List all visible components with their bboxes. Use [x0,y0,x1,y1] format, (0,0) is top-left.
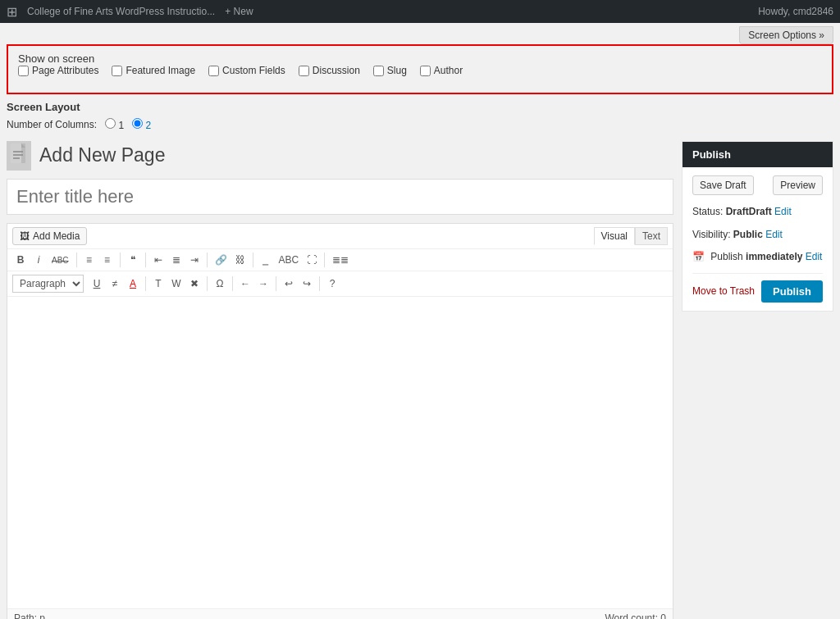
page-attributes-checkbox[interactable] [18,66,29,76]
indent-button[interactable]: → [255,276,272,291]
status-edit-link[interactable]: Edit [774,206,792,217]
sidebar: Publish Save Draft Preview Status: Draft… [682,141,833,619]
align-center-button[interactable]: ≣ [168,253,185,267]
visibility-label: Visibility: [692,229,730,240]
title-input[interactable] [7,179,673,215]
toolbar-row1: B i ABC ≡ ≡ ❝ ⇤ ≣ ⇥ 🔗 ⛓ ⎯ ABC ⛶ ≣ [7,249,673,271]
visibility-edit-link[interactable]: Edit [765,229,783,240]
site-name[interactable]: College of Fine Arts WordPress Instructi… [27,6,215,17]
publish-time: immediately [746,251,806,262]
col1-radio[interactable] [105,118,116,129]
columns-row: Number of Columns: 1 2 [7,118,833,131]
toolbar-sep4 [207,253,208,267]
align-left-button[interactable]: ⇤ [150,253,167,267]
underline-button[interactable]: U [89,276,105,291]
featured-image-checkbox[interactable] [112,66,122,76]
add-new-button[interactable]: + New [225,6,253,17]
italic-button[interactable]: i [30,253,47,267]
save-draft-button[interactable]: Save Draft [692,175,754,195]
color-button[interactable]: A [125,276,141,291]
publish-time-edit-link[interactable]: Edit [806,251,823,262]
columns-label: Number of Columns: [7,119,97,130]
screen-options-toggle[interactable]: Screen Options » [739,26,833,44]
tab-visual[interactable]: Visual [594,227,635,245]
howdy-text: Howdy, cmd2846 [758,6,833,17]
add-media-label: Add Media [33,230,80,242]
publish-visibility-row: Visibility: Public Edit [692,226,823,244]
strikethrough-button[interactable]: ABC [48,253,72,267]
discussion-checkbox[interactable] [299,66,309,76]
remove-format-button[interactable]: ✖ [186,276,203,291]
publish-metabox-header: Publish [682,142,833,167]
kitchen-sink-button[interactable]: ≣≣ [329,253,352,267]
toolbar-sep1 [76,253,77,267]
justify-button[interactable]: ≠ [107,276,123,291]
blockquote-button[interactable]: ❝ [125,253,141,267]
publish-metabox: Publish Save Draft Preview Status: Draft… [682,141,833,312]
ul-button[interactable]: ≡ [81,253,98,267]
paste-text-button[interactable]: T [150,276,167,291]
link-button[interactable]: 🔗 [212,253,231,267]
toolbar-row2: Paragraph U ≠ A T W ✖ Ω ← → ↩ ↪ ? [7,271,673,297]
redo-button[interactable]: ↪ [299,276,315,291]
checkbox-slug[interactable]: Slug [373,65,407,76]
col2-radio[interactable] [132,118,143,129]
toolbar2-sep4 [276,276,276,291]
unlink-button[interactable]: ⛓ [232,253,249,267]
content-area: Add New Page 🖼 Add Media Visual Text B i [7,141,673,619]
char-map-button[interactable]: Ω [212,276,228,291]
show-on-screen-title: Show on screen [18,52,822,65]
tab-text[interactable]: Text [635,227,668,245]
toolbar-sep2 [120,253,121,267]
publish-label: Publish [710,251,742,262]
screen-options-box: Show on screen Page Attributes Featured … [7,44,833,94]
checkbox-discussion[interactable]: Discussion [299,65,360,76]
publish-status-row: Status: DraftDraft Edit [692,203,823,221]
adminbar-left: ⊞ College of Fine Arts WordPress Instruc… [7,4,253,20]
status-value: Draft [726,206,749,217]
author-checkbox[interactable] [420,66,431,76]
status-label: Status: [692,206,723,217]
wp-logo[interactable]: ⊞ [7,4,17,20]
document-icon [9,143,29,168]
publish-button[interactable]: Publish [761,280,823,303]
add-media-button[interactable]: 🖼 Add Media [12,227,87,245]
screen-layout-title: Screen Layout [7,101,833,113]
checkbox-page-attributes[interactable]: Page Attributes [18,65,98,76]
col2-label[interactable]: 2 [132,118,151,131]
toolbar2-sep1 [145,276,146,291]
checkbox-featured-image[interactable]: Featured Image [112,65,195,76]
help-button[interactable]: ? [324,276,340,291]
publish-footer: Move to Trash Publish [692,280,823,303]
custom-fields-checkbox[interactable] [208,66,219,76]
align-right-button[interactable]: ⇥ [186,253,203,267]
bold-button[interactable]: B [12,253,29,267]
slug-checkbox[interactable] [373,66,384,76]
page-title: Add New Page [39,144,165,167]
undo-button[interactable]: ↩ [281,276,297,291]
insert-more-button[interactable]: ⎯ [258,253,274,267]
page-header: Add New Page [7,141,673,171]
toolbar2-sep3 [232,276,233,291]
publish-actions: Save Draft Preview [692,175,823,195]
fullscreen-button[interactable]: ⛶ [304,253,320,267]
editor-wrap: 🖼 Add Media Visual Text B i ABC ≡ ≡ ❝ [7,223,673,619]
checkbox-custom-fields[interactable]: Custom Fields [208,65,285,76]
outdent-button[interactable]: ← [237,276,253,291]
move-to-trash-link[interactable]: Move to Trash [692,285,755,297]
col1-label[interactable]: 1 [105,118,124,131]
format-select[interactable]: Paragraph [12,275,84,293]
preview-button[interactable]: Preview [773,175,823,195]
spellcheck-button[interactable]: ABC [276,253,303,267]
main-wrap: Add New Page 🖼 Add Media Visual Text B i [0,134,840,619]
checkbox-author[interactable]: Author [420,65,463,76]
editor-body[interactable] [7,297,673,608]
show-on-screen-items: Page Attributes Featured Image Custom Fi… [18,65,822,76]
visual-text-tabs: Visual Text [594,227,668,245]
ol-button[interactable]: ≡ [99,253,116,267]
paste-word-button[interactable]: W [168,276,185,291]
page-icon [7,141,31,171]
add-media-icon: 🖼 [20,230,30,242]
screen-options-panel: Show on screen Page Attributes Featured … [7,44,833,131]
admin-bar: ⊞ College of Fine Arts WordPress Instruc… [0,0,840,23]
